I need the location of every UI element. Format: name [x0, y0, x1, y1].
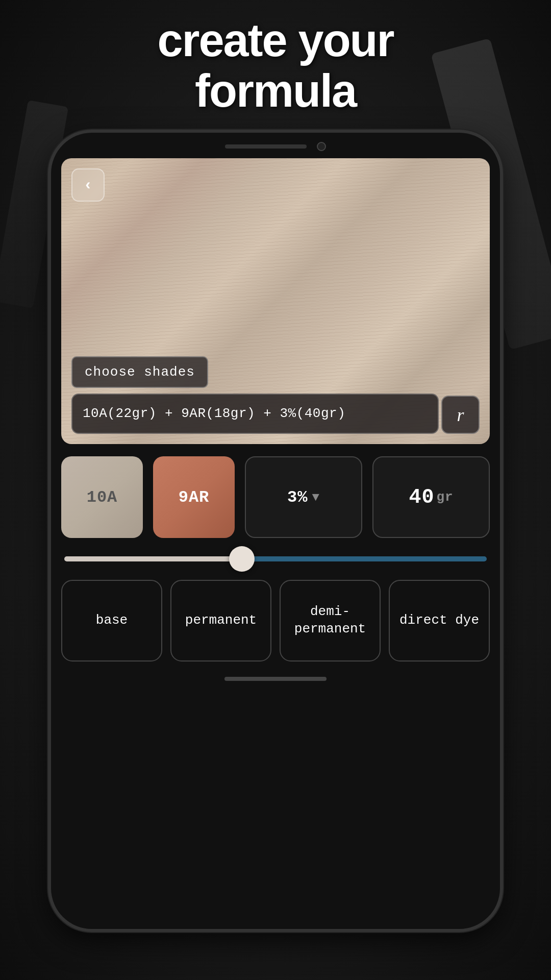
slider-thumb[interactable]: [229, 546, 255, 572]
home-bar: [224, 677, 327, 681]
formula-text: 10A(22gr) + 9AR(18gr) + 3%(40gr): [83, 404, 428, 424]
dropdown-arrow-icon: ▼: [312, 491, 320, 504]
r-badge-label: r: [457, 404, 464, 426]
title-line1: create your: [157, 15, 393, 66]
home-indicator: [61, 677, 490, 681]
swatch-10a-label: 10A: [87, 488, 118, 507]
type-btn-permanent-label: permanent: [185, 612, 257, 629]
back-button[interactable]: ‹: [71, 168, 105, 202]
swatch-9ar[interactable]: 9AR: [153, 456, 235, 538]
header-title: create your formula: [0, 15, 551, 116]
r-badge[interactable]: r: [441, 396, 480, 434]
choose-shades-label: choose shades: [85, 364, 195, 380]
slider-track[interactable]: [64, 556, 487, 561]
hair-preview: ‹ choose shades 10A(22gr) + 9AR(18gr) + …: [61, 158, 490, 444]
swatch-10a[interactable]: 10A: [61, 456, 143, 538]
phone-mockup: ‹ choose shades 10A(22gr) + 9AR(18gr) + …: [51, 133, 500, 929]
title-line2: formula: [195, 65, 356, 116]
type-btn-direct-dye[interactable]: direct dye: [389, 580, 490, 662]
notch-bar: [225, 144, 307, 149]
type-btn-base[interactable]: base: [61, 580, 162, 662]
percent-label: 3%: [287, 488, 308, 507]
type-btn-permanent[interactable]: permanent: [170, 580, 271, 662]
gr-number: 40: [409, 486, 434, 509]
type-btn-direct-dye-label: direct dye: [399, 612, 479, 629]
type-buttons: base permanent demi-permanent direct dye: [61, 580, 490, 662]
swatch-9ar-label: 9AR: [179, 488, 210, 507]
slider-container[interactable]: [61, 556, 490, 561]
choose-shades-button[interactable]: choose shades: [71, 356, 208, 388]
type-btn-demi-permanent-label: demi-permanent: [286, 603, 374, 638]
phone-notch: [51, 133, 500, 158]
type-btn-base-label: base: [96, 612, 128, 629]
phone-content: ‹ choose shades 10A(22gr) + 9AR(18gr) + …: [51, 158, 500, 696]
back-icon: ‹: [83, 177, 92, 194]
formula-box: 10A(22gr) + 9AR(18gr) + 3%(40gr): [71, 394, 439, 434]
gr-unit: gr: [436, 489, 453, 505]
swatches-row: 10A 9AR 3% ▼ 40 gr: [61, 456, 490, 538]
swatch-gr[interactable]: 40 gr: [372, 456, 490, 538]
notch-camera: [317, 142, 326, 151]
swatch-percent[interactable]: 3% ▼: [245, 456, 362, 538]
type-btn-demi-permanent[interactable]: demi-permanent: [280, 580, 381, 662]
